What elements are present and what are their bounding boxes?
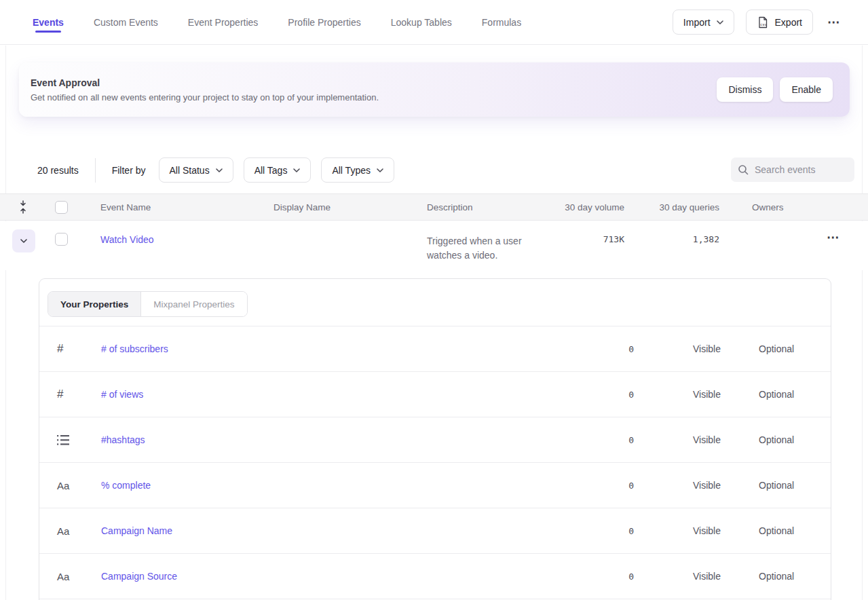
filter-bar: 20 results Filter by All Status All Tags… [0,157,868,183]
property-visibility[interactable]: Visible [693,480,759,491]
divider [95,158,96,183]
property-visibility[interactable]: Visible [693,389,759,400]
property-requirement[interactable]: Optional [759,480,831,491]
property-requirement[interactable]: Optional [759,389,831,400]
tab-event-properties[interactable]: Event Properties [188,0,259,44]
text-icon: Aa [39,571,101,582]
properties-panel: Your Properties Mixpanel Properties # # … [39,278,831,600]
window-right-edge [862,45,863,600]
csv-file-icon: csv [757,16,769,29]
search-icon [738,164,749,175]
property-volume: 0 [566,571,693,582]
select-all-checkbox[interactable] [55,201,68,214]
row-more-icon[interactable]: ⋯ [808,221,827,270]
event-owners [719,221,808,270]
property-name-link[interactable]: # of subscribers [101,343,168,354]
import-button-label: Import [683,17,711,28]
collapse-all-icon[interactable] [19,200,27,214]
tab-mixpanel-properties[interactable]: Mixpanel Properties [141,292,246,316]
tab-formulas[interactable]: Formulas [482,0,521,44]
property-volume: 0 [566,526,693,536]
col-30-day-queries[interactable]: 30 day queries [624,202,719,212]
import-button[interactable]: Import [673,10,734,35]
col-30-day-volume[interactable]: 30 day volume [550,202,624,212]
property-visibility[interactable]: Visible [693,343,759,354]
dismiss-button[interactable]: Dismiss [717,77,773,102]
top-nav: Events Custom Events Event Properties Pr… [0,0,868,45]
banner-title: Event Approval [31,77,379,88]
nav-tab-list: Events Custom Events Event Properties Pr… [33,0,521,44]
property-name-link[interactable]: Campaign Source [101,571,177,582]
filter-by-label: Filter by [112,165,146,176]
tab-profile-properties[interactable]: Profile Properties [288,0,360,44]
text-icon: Aa [39,480,101,491]
property-name-link[interactable]: Campaign Name [101,525,172,536]
row-checkbox[interactable] [55,233,68,246]
event-description: Triggered when a user watches a video. [427,221,550,270]
property-requirement[interactable]: Optional [759,434,831,445]
export-button-label: Export [775,17,802,28]
property-row: Aa Campaign Name 0 Visible Optional [39,508,831,554]
property-row: # # of subscribers 0 Visible Optional [39,326,831,372]
property-requirement[interactable]: Optional [759,343,831,354]
tags-filter-dropdown[interactable]: All Tags [244,157,312,183]
property-volume: 0 [566,481,693,491]
chevron-down-icon [377,168,383,172]
results-count: 20 results [37,165,79,176]
tags-filter-label: All Tags [254,165,288,176]
property-row: Aa % complete 0 Visible Optional [39,463,831,508]
event-queries: 1,382 [624,221,719,270]
property-visibility[interactable]: Visible [693,525,759,536]
col-display-name[interactable]: Display Name [273,202,427,212]
event-volume: 713K [550,221,624,270]
search-input[interactable] [755,164,843,175]
event-row-watch-video: Watch Video Triggered when a user watche… [0,221,868,270]
chevron-down-icon [216,168,223,172]
tab-lookup-tables[interactable]: Lookup Tables [391,0,452,44]
property-visibility[interactable]: Visible [693,571,759,582]
event-display-name [273,221,427,270]
number-icon: # [39,388,101,401]
col-description[interactable]: Description [427,202,550,212]
text-icon: Aa [39,525,101,537]
number-icon: # [39,342,101,356]
col-owners[interactable]: Owners [719,202,808,212]
tab-events[interactable]: Events [33,0,64,44]
chevron-down-icon [717,20,723,24]
event-approval-banner: Event Approval Get notified on all new e… [19,62,850,117]
property-requirement[interactable]: Optional [759,571,831,582]
banner-description: Get notified on all new events entering … [31,92,379,102]
event-name-link[interactable]: Watch Video [100,234,154,245]
list-icon [57,435,69,445]
property-row: #hashtags 0 Visible Optional [39,417,831,463]
search-events-box[interactable] [731,157,854,182]
more-menu-icon[interactable]: ⋯ [825,14,844,30]
svg-text:csv: csv [760,22,768,26]
events-table-header: Event Name Display Name Description 30 d… [0,193,868,221]
property-volume: 0 [566,390,693,400]
chevron-down-icon [293,168,300,172]
window-left-edge [5,45,6,600]
types-filter-label: All Types [332,165,371,176]
property-row: # # of views 0 Visible Optional [39,372,831,417]
property-volume: 0 [566,344,693,354]
collapse-row-button[interactable] [12,229,35,252]
status-filter-label: All Status [170,165,210,176]
property-volume: 0 [566,435,693,445]
property-visibility[interactable]: Visible [693,434,759,445]
chevron-down-icon [20,239,27,243]
col-event-name[interactable]: Event Name [100,202,273,212]
tab-your-properties[interactable]: Your Properties [48,292,141,316]
properties-tab-group: Your Properties Mixpanel Properties [48,291,248,317]
property-name-link[interactable]: % complete [101,480,151,491]
property-requirement[interactable]: Optional [759,525,831,536]
types-filter-dropdown[interactable]: All Types [321,157,394,183]
property-name-link[interactable]: #hashtags [101,434,145,445]
property-name-link[interactable]: # of views [101,389,143,400]
tab-custom-events[interactable]: Custom Events [94,0,158,44]
status-filter-dropdown[interactable]: All Status [159,157,233,183]
property-row: Aa Campaign Source 0 Visible Optional [39,554,831,599]
enable-button[interactable]: Enable [780,77,833,102]
export-button[interactable]: csv Export [746,10,813,35]
